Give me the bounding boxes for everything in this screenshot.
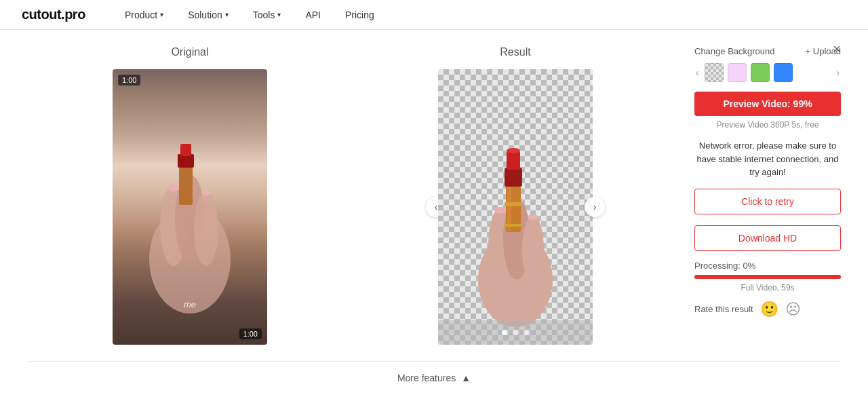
chevron-down-icon: ▾ — [277, 11, 281, 18]
preview-video-button[interactable]: Preview Video: 99% — [694, 92, 841, 116]
retry-button[interactable]: Click to retry — [694, 189, 841, 214]
video-duration-bottom: 1:00 — [239, 328, 262, 339]
nav-item-api[interactable]: API — [293, 0, 333, 30]
result-video — [438, 69, 593, 345]
error-message: Network error, please make sure to have … — [694, 139, 841, 179]
nav-item-tools[interactable]: Tools ▾ — [241, 0, 294, 30]
svg-rect-6 — [180, 144, 191, 156]
result-title: Result — [500, 46, 530, 58]
chevron-up-icon: ▲ — [461, 373, 471, 383]
swatch-blue[interactable] — [774, 63, 793, 82]
background-colors-row: ‹ › — [694, 63, 841, 82]
svg-point-13 — [494, 207, 507, 214]
preview-subtitle: Preview Video 360P 5s, free — [694, 120, 841, 130]
svg-rect-19 — [507, 151, 520, 170]
swatch-green[interactable] — [751, 63, 770, 82]
chevron-down-icon: ▾ — [160, 11, 163, 18]
main-nav: Product ▾ Solution ▾ Tools ▾ API Pricing — [113, 0, 387, 30]
dot-1 — [502, 330, 507, 335]
original-title: Original — [171, 46, 208, 58]
header: cutout.pro Product ▾ Solution ▾ Tools ▾ … — [0, 0, 868, 30]
progress-bar-background — [694, 275, 841, 279]
nav-item-product[interactable]: Product ▾ — [113, 0, 176, 30]
checker-background — [438, 69, 593, 345]
chevron-down-icon: ▾ — [225, 11, 229, 18]
download-hd-button[interactable]: Download HD — [694, 225, 841, 251]
bg-prev-button[interactable]: ‹ — [694, 66, 701, 79]
rate-label: Rate this result — [694, 304, 753, 314]
dot-2 — [513, 330, 518, 335]
svg-point-20 — [507, 148, 520, 153]
logo[interactable]: cutout.pro — [22, 7, 85, 22]
svg-rect-21 — [505, 202, 522, 206]
swatch-transparent[interactable] — [705, 63, 724, 82]
svg-rect-22 — [505, 224, 522, 227]
result-video-wrapper: ‹ — [438, 69, 593, 345]
svg-rect-18 — [505, 168, 522, 187]
original-video: 1:00 me 1:00 — [113, 69, 267, 345]
more-features-row[interactable]: More features ▲ — [27, 362, 841, 394]
progress-bar-fill — [694, 275, 841, 279]
dot-3 — [524, 330, 529, 335]
rate-row: Rate this result 🙂 ☹ — [694, 301, 841, 318]
rate-negative-button[interactable]: ☹ — [785, 301, 801, 318]
video-duration-top: 1:00 — [118, 75, 140, 86]
processing-label: Processing: 0% — [694, 261, 841, 271]
full-video-label: Full Video, 59s — [694, 283, 841, 292]
result-pagination-dots — [438, 320, 593, 345]
bg-next-button[interactable]: › — [835, 66, 841, 79]
svg-point-3 — [194, 191, 218, 266]
nav-item-pricing[interactable]: Pricing — [333, 0, 387, 30]
original-panel: Original — [27, 46, 353, 345]
main-content: Original — [0, 30, 868, 418]
result-video-svg — [438, 69, 593, 345]
result-next-button[interactable]: › — [585, 197, 605, 217]
nav-item-solution[interactable]: Solution ▾ — [176, 0, 241, 30]
close-button[interactable]: × — [833, 42, 841, 56]
comparison-area: Original — [27, 46, 841, 345]
svg-point-14 — [528, 214, 538, 220]
result-panel: Result ‹ — [353, 46, 678, 345]
svg-rect-4 — [179, 164, 193, 205]
sidebar: × Change Background + Upload ‹ › Previe — [678, 46, 841, 318]
video-watermark: me — [184, 299, 196, 309]
svg-point-8 — [201, 190, 211, 195]
color-swatches — [705, 63, 831, 82]
change-bg-label: Change Background — [694, 46, 775, 56]
swatch-pink[interactable] — [728, 63, 747, 82]
svg-point-7 — [168, 185, 179, 191]
svg-point-12 — [522, 215, 544, 283]
change-background-row: Change Background + Upload — [694, 46, 841, 56]
more-features-label: More features — [397, 373, 456, 383]
rate-positive-button[interactable]: 🙂 — [760, 301, 778, 318]
